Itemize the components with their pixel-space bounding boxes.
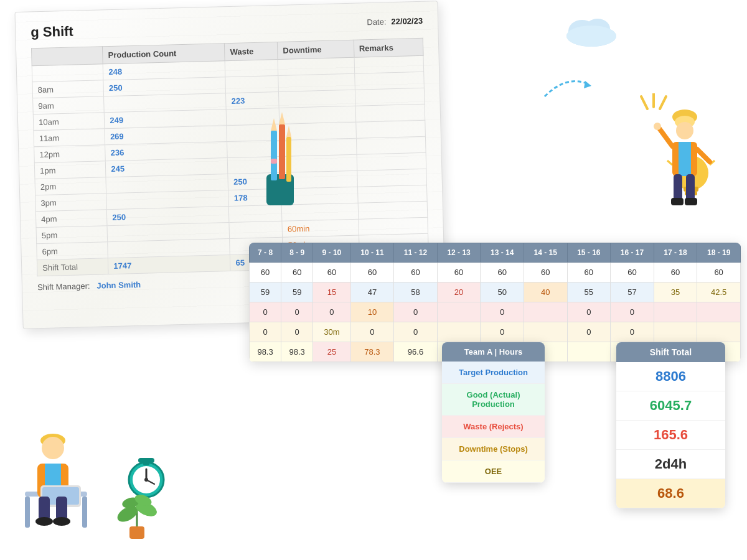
grid-cell: 0 [481,302,524,322]
log-time: 5pm [36,226,108,244]
svg-rect-17 [679,142,691,176]
svg-point-3 [566,26,616,47]
grid-header-cell: 13 - 14 [481,243,524,263]
pencils-decoration [249,112,311,212]
plant-decoration [112,483,162,548]
log-time: 6pm [37,242,108,260]
svg-point-45 [35,517,53,526]
log-downtime [279,90,355,108]
log-remarks [357,169,426,187]
log-time: 4pm [35,210,107,228]
svg-marker-27 [271,118,277,131]
log-table: Production Count Waste Downtime Remarks … [31,38,429,276]
shift-manager-label: Shift Manager: [37,281,90,292]
svg-rect-54 [129,526,144,539]
grid-downtime-row: 0030m00000 [250,322,741,342]
log-remarks [355,88,425,106]
grid-header-cell: 11 - 12 [394,243,438,263]
grid-cell [437,322,481,342]
log-time [32,64,103,82]
svg-rect-35 [25,497,30,528]
shift-total-target: 8806 [616,362,725,391]
svg-rect-43 [39,497,50,520]
log-time: 11am [34,129,105,147]
svg-rect-30 [286,137,291,182]
grid-cell: 0 [611,302,654,322]
legend-target: Target Production [442,362,545,384]
grid-cell: 20 [437,282,481,302]
shift-manager-name: John Smith [96,280,141,291]
grid-cell [437,302,481,322]
shift-total-oee: 68.6 [616,479,725,508]
svg-marker-33 [584,81,591,88]
grid-header-cell: 17 - 18 [654,243,697,263]
grid-cell: 60 [250,263,281,282]
date-value: 22/02/23 [391,16,423,26]
log-remarks [358,201,428,219]
grid-cell: 96.6 [394,342,438,362]
grid-cell: 78.3 [350,342,394,362]
grid-cell: 40 [524,282,567,302]
log-time: 9am [33,96,105,114]
log-waste: 223 [226,91,279,109]
grid-cell: 0 [567,322,611,342]
legend-oee: OEE [442,460,545,483]
log-remarks [357,152,426,170]
log-downtime [278,73,355,91]
grid-cell [654,302,697,322]
grid-cell: 0 [281,322,313,342]
grid-cell: 60 [611,263,654,282]
grid-cell: 50 [481,282,524,302]
svg-point-19 [654,123,661,130]
svg-marker-29 [279,112,285,124]
legend-downtime: Downtime (Stops) [442,438,545,460]
shift-title: g Shift [31,24,73,41]
grid-cell: 35 [654,282,697,302]
grid-cell [567,342,611,362]
grid-cell: 60 [654,263,697,282]
grid-cell: 60 [437,263,481,282]
shift-total-waste: 165.6 [616,421,725,450]
grid-cell: 60 [524,263,567,282]
col-time [31,47,103,66]
arrow-decoration [542,75,591,102]
grid-cell: 0 [313,302,350,322]
log-remarks [357,185,427,203]
shift-total-downtime: 2d4h [616,450,725,479]
svg-point-15 [676,122,693,139]
grid-cell: 60 [394,263,438,282]
grid-cell [697,322,741,342]
grid-header-cell: 16 - 17 [611,243,654,263]
log-time: 12pm [34,145,106,163]
grid-cell: 47 [350,282,394,302]
svg-rect-23 [671,198,684,205]
grid-header-cell: 14 - 15 [524,243,567,263]
grid-cell: 0 [611,322,654,342]
log-remarks [355,120,425,138]
grid-cell: 57 [611,282,654,302]
svg-point-40 [42,437,64,459]
grid-header-cell: 10 - 11 [350,243,394,263]
legend-header: Team A | Hours [442,342,545,362]
grid-cell: 30m [313,322,350,342]
shift-total-header: Shift Total [616,342,725,362]
grid-header-cell: 15 - 16 [567,243,611,263]
log-waste [225,75,278,93]
grid-cell: 0 [350,322,394,342]
svg-rect-44 [56,497,67,520]
grid-cell: 0 [281,302,313,322]
svg-line-4 [641,96,647,109]
grid-cell: 0 [567,302,611,322]
col-remarks: Remarks [354,38,423,57]
log-downtime: 60min [282,219,359,237]
log-prod: 1747 [108,255,231,274]
grid-cell: 98.3 [250,342,281,362]
grid-cell: 55 [567,282,611,302]
grid-cell: 10 [350,302,394,322]
log-time: Shift Total [37,258,108,276]
grid-target-row: 606060606060606060606060 [250,263,741,282]
log-remarks [354,72,424,90]
grid-cell: 60 [313,263,350,282]
grid-cell: 60 [350,263,394,282]
grid-header-cell: 18 - 19 [697,243,741,263]
